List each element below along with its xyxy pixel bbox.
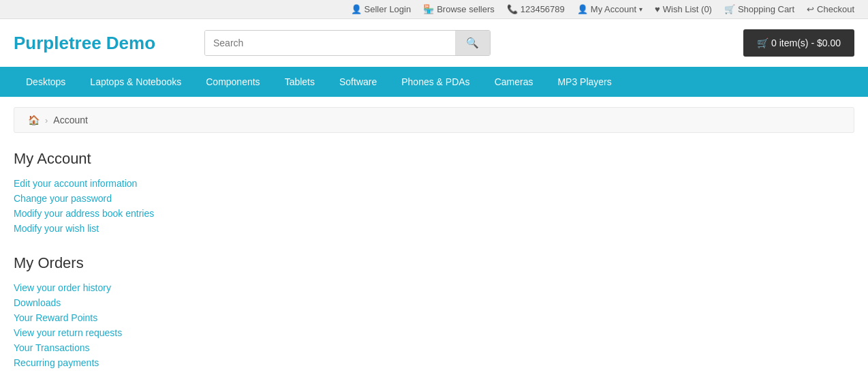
- cart-icon-btn: 🛒: [757, 38, 771, 48]
- list-item: Modify your wish list: [14, 223, 854, 234]
- logo[interactable]: Purpletree Demo: [14, 33, 191, 54]
- order-link[interactable]: View your order history: [14, 282, 111, 293]
- my-account-dropdown[interactable]: 👤 My Account ▾: [577, 4, 642, 14]
- nav-item-mp3-players[interactable]: MP3 Players: [545, 67, 623, 97]
- main-content: My Account Edit your account information…: [0, 133, 868, 390]
- my-account-title: My Account: [14, 150, 854, 168]
- wish-list-link[interactable]: ♥ Wish List (0): [655, 4, 712, 14]
- phone-icon: 📞: [507, 4, 518, 14]
- nav-item-desktops[interactable]: Desktops: [14, 67, 78, 97]
- checkout-link[interactable]: ↩ Checkout: [807, 4, 854, 14]
- shopping-cart-label: Shopping Cart: [738, 4, 794, 14]
- store-icon: 🏪: [423, 4, 434, 14]
- account-link[interactable]: Modify your wish list: [14, 223, 99, 234]
- nav-item-cameras[interactable]: Cameras: [482, 67, 546, 97]
- order-link[interactable]: View your return requests: [14, 327, 122, 338]
- account-icon: 👤: [577, 4, 588, 14]
- wish-list-label: Wish List (0): [663, 4, 712, 14]
- header: Purpletree Demo 🔍 🛒 0 item(s) - $0.00: [0, 19, 868, 67]
- seller-login-label: Seller Login: [365, 4, 412, 14]
- list-item: View your order history: [14, 282, 854, 293]
- list-item: Modify your address book entries: [14, 208, 854, 219]
- nav-item-tablets[interactable]: Tablets: [273, 67, 327, 97]
- search-button[interactable]: 🔍: [455, 31, 490, 55]
- breadcrumb-home[interactable]: 🏠: [28, 115, 40, 125]
- order-link[interactable]: Recurring payments: [14, 357, 99, 368]
- order-link[interactable]: Your Reward Points: [14, 312, 97, 323]
- breadcrumb-separator: ›: [45, 115, 48, 125]
- person-icon: 👤: [351, 4, 362, 14]
- my-account-links: Edit your account informationChange your…: [14, 178, 854, 234]
- checkout-icon: ↩: [807, 4, 814, 14]
- nav-item-software[interactable]: Software: [327, 67, 389, 97]
- nav-item-phones-&-pdas[interactable]: Phones & PDAs: [389, 67, 482, 97]
- list-item: Edit your account information: [14, 178, 854, 189]
- nav-item-components[interactable]: Components: [193, 67, 272, 97]
- search-bar: 🔍: [204, 30, 491, 56]
- my-orders-title: My Orders: [14, 254, 854, 272]
- list-item: Your Transactions: [14, 342, 854, 353]
- list-item: Change your password: [14, 193, 854, 204]
- breadcrumb-current: Account: [53, 115, 88, 125]
- breadcrumb: 🏠 › Account: [14, 107, 854, 133]
- heart-icon: ♥: [655, 4, 660, 14]
- chevron-down-icon: ▾: [639, 5, 642, 13]
- search-icon: 🔍: [466, 37, 479, 48]
- account-link[interactable]: Edit your account information: [14, 178, 137, 189]
- cart-label: 0 item(s) - $0.00: [771, 38, 841, 48]
- search-input[interactable]: [205, 31, 455, 55]
- cart-icon: 🛒: [724, 4, 735, 14]
- phone-link[interactable]: 📞 123456789: [507, 4, 565, 14]
- cart-button[interactable]: 🛒 0 item(s) - $0.00: [743, 29, 854, 57]
- phone-number: 123456789: [521, 4, 565, 14]
- list-item: View your return requests: [14, 327, 854, 338]
- order-link[interactable]: Downloads: [14, 297, 61, 308]
- list-item: Your Reward Points: [14, 312, 854, 323]
- shopping-cart-link[interactable]: 🛒 Shopping Cart: [724, 4, 794, 14]
- browse-sellers-link[interactable]: 🏪 Browse sellers: [423, 4, 495, 14]
- my-account-label: My Account: [591, 4, 636, 14]
- list-item: Recurring payments: [14, 357, 854, 368]
- top-bar: 👤 Seller Login 🏪 Browse sellers 📞 123456…: [0, 0, 868, 19]
- my-orders-links: View your order historyDownloadsYour Rew…: [14, 282, 854, 368]
- nav-bar: DesktopsLaptops & NotebooksComponentsTab…: [0, 67, 868, 97]
- nav-item-laptops-&-notebooks[interactable]: Laptops & Notebooks: [78, 67, 193, 97]
- checkout-label: Checkout: [817, 4, 854, 14]
- list-item: Downloads: [14, 297, 854, 308]
- browse-sellers-label: Browse sellers: [437, 4, 495, 14]
- account-link[interactable]: Change your password: [14, 193, 112, 204]
- account-link[interactable]: Modify your address book entries: [14, 208, 154, 219]
- order-link[interactable]: Your Transactions: [14, 342, 90, 353]
- seller-login-link[interactable]: 👤 Seller Login: [351, 4, 412, 14]
